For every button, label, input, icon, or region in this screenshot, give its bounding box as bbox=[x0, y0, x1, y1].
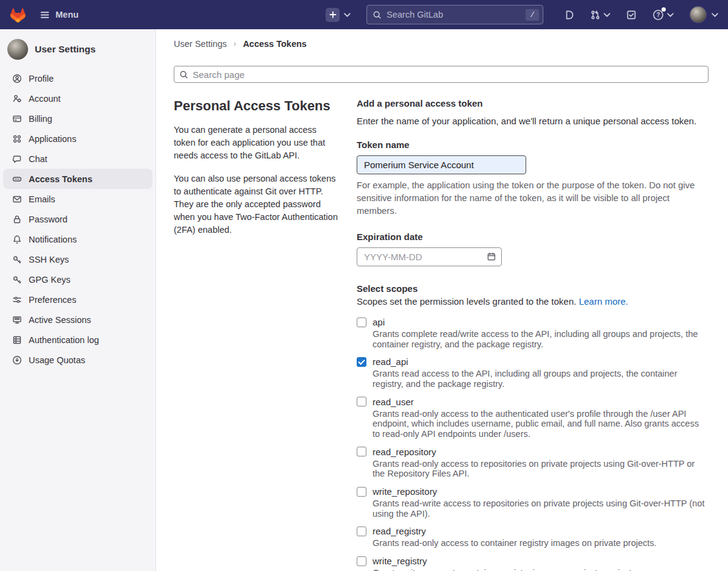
settings-sidebar: User Settings Profile Account Billing Ap… bbox=[0, 29, 156, 571]
sidebar-item-profile[interactable]: Profile bbox=[3, 68, 152, 88]
key-icon bbox=[12, 255, 22, 264]
chevron-down-icon bbox=[667, 13, 674, 17]
chevron-down-icon bbox=[604, 13, 610, 17]
breadcrumb: User Settings › Access Tokens bbox=[174, 29, 708, 58]
credit-card-icon bbox=[12, 114, 22, 124]
menu-label: Menu bbox=[55, 10, 79, 20]
scope-name[interactable]: read_api bbox=[373, 356, 408, 367]
breadcrumb-user-settings[interactable]: User Settings bbox=[174, 39, 227, 49]
sidebar-item-authentication-log[interactable]: Authentication log bbox=[3, 330, 152, 350]
sidebar-item-notifications[interactable]: Notifications bbox=[3, 229, 152, 249]
page-description-2: You can also use personal access tokens … bbox=[174, 172, 338, 236]
notification-dot bbox=[662, 7, 666, 12]
sidebar-item-preferences[interactable]: Preferences bbox=[3, 289, 152, 310]
scope-option-api: api Grants complete read/write access to… bbox=[357, 317, 708, 349]
sidebar-item-chat[interactable]: Chat bbox=[3, 149, 152, 169]
chevron-down-icon bbox=[344, 13, 351, 17]
gitlab-logo[interactable] bbox=[10, 7, 26, 23]
scope-description: Grants write access to container registr… bbox=[373, 568, 708, 571]
help-menu-button[interactable]: ? bbox=[652, 9, 674, 21]
scopes-subtitle: Scopes set the permission levels granted… bbox=[357, 296, 708, 307]
scope-description: Grants read-only access to container reg… bbox=[373, 538, 708, 548]
sidebar-item-access-tokens[interactable]: Access Tokens bbox=[3, 169, 152, 189]
sidebar-item-label: Billing bbox=[29, 114, 52, 124]
search-icon bbox=[373, 10, 382, 20]
sidebar-item-billing[interactable]: Billing bbox=[3, 108, 152, 129]
issues-button[interactable] bbox=[564, 10, 574, 20]
menu-button[interactable]: Menu bbox=[40, 10, 79, 20]
scope-name[interactable]: read_repository bbox=[373, 447, 436, 457]
hamburger-icon bbox=[40, 10, 50, 20]
sidebar-item-label: SSH Keys bbox=[29, 255, 69, 264]
new-menu-button[interactable] bbox=[326, 8, 351, 22]
page-search-input[interactable] bbox=[174, 66, 708, 83]
scope-option-read-user: read_user Grants read-only access to the… bbox=[357, 397, 708, 439]
monitor-icon bbox=[12, 315, 22, 325]
scope-description: Grants read-only access to the authentic… bbox=[373, 409, 708, 439]
profile-icon bbox=[12, 74, 22, 83]
sidebar-item-account[interactable]: Account bbox=[3, 88, 152, 108]
merge-requests-button[interactable] bbox=[590, 10, 610, 20]
main-content: User Settings › Access Tokens Personal A… bbox=[156, 29, 728, 571]
sliders-icon bbox=[12, 295, 22, 305]
scope-name[interactable]: read_registry bbox=[373, 526, 426, 536]
calendar-icon[interactable] bbox=[487, 252, 496, 261]
expiration-date-input[interactable] bbox=[357, 247, 502, 266]
sidebar-item-active-sessions[interactable]: Active Sessions bbox=[3, 310, 152, 330]
avatar bbox=[7, 39, 28, 60]
sidebar-item-label: Usage Quotas bbox=[29, 355, 85, 365]
scope-name[interactable]: write_registry bbox=[373, 556, 427, 566]
scope-checkbox-read-repository[interactable] bbox=[357, 447, 366, 456]
sidebar-item-usage-quotas[interactable]: Usage Quotas bbox=[3, 350, 152, 370]
scopes-list: api Grants complete read/write access to… bbox=[357, 317, 708, 571]
global-search-input[interactable] bbox=[387, 10, 526, 20]
sidebar-item-gpg-keys[interactable]: GPG Keys bbox=[3, 269, 152, 289]
scope-description: Grants read-only access to repositories … bbox=[373, 459, 708, 479]
sidebar-item-applications[interactable]: Applications bbox=[3, 129, 152, 149]
sidebar-item-label: Active Sessions bbox=[29, 315, 91, 325]
token-name-help: For example, the application using the t… bbox=[357, 179, 708, 218]
scope-checkbox-write-repository[interactable] bbox=[357, 487, 366, 497]
scope-checkbox-read-api[interactable] bbox=[357, 357, 366, 367]
sidebar-item-ssh-keys[interactable]: SSH Keys bbox=[3, 249, 152, 269]
scope-checkbox-read-registry[interactable] bbox=[357, 527, 366, 536]
learn-more-link[interactable]: Learn more. bbox=[579, 296, 628, 307]
token-name-input[interactable] bbox=[357, 155, 526, 174]
todos-button[interactable] bbox=[626, 10, 637, 20]
account-icon bbox=[12, 94, 22, 104]
user-menu-button[interactable] bbox=[690, 6, 718, 23]
token-icon bbox=[12, 174, 22, 184]
select-scopes-label: Select scopes bbox=[357, 283, 708, 294]
scope-name[interactable]: api bbox=[373, 317, 385, 327]
scope-description: Grants read access to the API, including… bbox=[373, 369, 708, 389]
help-icon: ? bbox=[652, 9, 664, 21]
scope-checkbox-read-user[interactable] bbox=[357, 397, 366, 406]
page-description-1: You can generate a personal access token… bbox=[174, 124, 338, 162]
scopes-subtitle-text: Scopes set the permission levels granted… bbox=[357, 296, 576, 307]
scope-option-read-repository: read_repository Grants read-only access … bbox=[357, 447, 708, 479]
sidebar-item-label: Preferences bbox=[29, 295, 76, 305]
mail-icon bbox=[12, 194, 22, 204]
form-section-subtitle: Enter the name of your application, and … bbox=[357, 116, 708, 126]
sidebar-item-label: Profile bbox=[29, 74, 54, 83]
sidebar-item-label: Authentication log bbox=[29, 335, 99, 345]
sidebar-item-label: Access Tokens bbox=[29, 174, 93, 184]
quota-icon bbox=[12, 355, 22, 365]
sidebar-header: User Settings bbox=[0, 37, 155, 68]
scope-checkbox-write-registry[interactable] bbox=[357, 556, 366, 566]
scope-name[interactable]: write_repository bbox=[373, 486, 437, 497]
sidebar-item-password[interactable]: Password bbox=[3, 209, 152, 229]
lock-icon bbox=[12, 215, 22, 224]
scope-name[interactable]: read_user bbox=[373, 397, 414, 407]
token-name-label: Token name bbox=[357, 140, 708, 150]
global-search[interactable]: / bbox=[366, 5, 543, 24]
sidebar-item-emails[interactable]: Emails bbox=[3, 189, 152, 209]
scope-checkbox-api[interactable] bbox=[357, 317, 366, 327]
chat-bubble-icon bbox=[12, 154, 22, 164]
scope-option-read-registry: read_registry Grants read-only access to… bbox=[357, 526, 708, 548]
sidebar-item-label: Password bbox=[29, 215, 68, 224]
applications-icon bbox=[12, 134, 22, 144]
avatar bbox=[690, 6, 707, 23]
scope-option-write-registry: write_registry Grants write access to co… bbox=[357, 556, 708, 571]
plus-icon bbox=[326, 8, 340, 22]
